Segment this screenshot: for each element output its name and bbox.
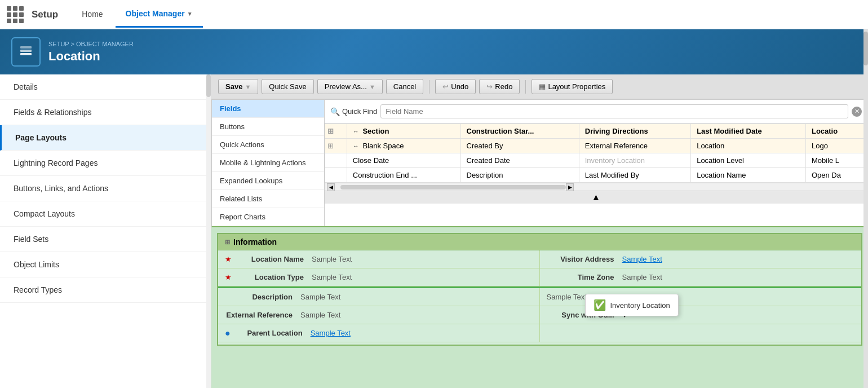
parent-location-link[interactable]: Sample Text [311, 329, 351, 337]
sidebar: Details Fields & Relationships Page Layo… [0, 74, 211, 388]
sidebar-fields-mobile[interactable]: Mobile & Lightning Actions [212, 154, 324, 172]
sidebar-fields-quick-actions[interactable]: Quick Actions [212, 136, 324, 154]
field-cell[interactable]: Last Modified Date [691, 124, 806, 139]
preview-dropdown-icon[interactable]: ▼ [369, 83, 375, 90]
field-cell[interactable]: Created By [460, 139, 579, 153]
field-cell[interactable]: Construction Star... [460, 124, 579, 139]
layout-cell[interactable]: Visitor Address Sample Text [540, 250, 862, 268]
save-button[interactable]: Save ▼ [218, 79, 258, 94]
quick-find-input[interactable] [380, 104, 848, 118]
collapse-panel-button[interactable]: ▲ [325, 191, 867, 204]
field-cell[interactable]: Open Da [805, 168, 867, 183]
field-cell[interactable]: ↔ Blank Space [347, 139, 460, 153]
field-cell[interactable]: Location Name [691, 168, 806, 183]
table-row[interactable]: Close Date Created Date Inventory Locati… [325, 153, 867, 168]
sidebar-item-buttons-links[interactable]: Buttons, Links, and Actions [0, 176, 211, 201]
field-cell grayed[interactable]: Inventory Location [579, 153, 690, 168]
undo-button[interactable]: ↩ Undo [435, 79, 476, 94]
quick-save-button[interactable]: Quick Save [262, 79, 313, 94]
page-header: SETUP > OBJECT MANAGER Location [0, 29, 868, 74]
sidebar-scroll-track[interactable] [206, 74, 211, 388]
layout-properties-button[interactable]: ▦ Layout Properties [532, 79, 613, 94]
sidebar-item-field-sets[interactable]: Field Sets [0, 227, 211, 252]
fields-horizontal-scrollbar[interactable]: ◀ ▶ [325, 183, 867, 191]
field-cell[interactable]: Location [691, 139, 806, 153]
field-cell[interactable]: Close Date [347, 153, 460, 168]
svg-rect-2 [20, 46, 32, 48]
layout-cell[interactable]: External Reference Sample Text [218, 306, 540, 324]
field-cell[interactable]: Location Level [691, 153, 806, 168]
layout-cell[interactable]: ● Parent Location Sample Text [218, 324, 540, 342]
layout-cell[interactable]: Sample Text ✅ Inventory Location [540, 288, 862, 306]
sidebar-item-record-types[interactable]: Record Types [0, 277, 211, 303]
preview-button[interactable]: Preview As... ▼ [317, 79, 383, 94]
breadcrumb-setup[interactable]: SETUP [48, 41, 69, 47]
scroll-right-arrow[interactable]: ▶ [566, 183, 574, 191]
section-title: Information [233, 237, 277, 246]
field-cell[interactable]: Last Modified By [579, 168, 690, 183]
chevron-down-icon: ▼ [187, 11, 193, 17]
page-title: Location [48, 49, 134, 64]
sidebar-scroll-thumb[interactable] [206, 74, 211, 97]
layout-cell[interactable]: Description Sample Text [218, 288, 540, 306]
quick-find-clear-button[interactable]: ✕ [852, 107, 862, 117]
breadcrumb-object-manager[interactable]: OBJECT MANAGER [76, 41, 134, 47]
layout-canvas: ⊞ Information ★ Location Name Sample Tex… [217, 233, 862, 346]
layout-cell[interactable]: Time Zone Sample Text [540, 268, 862, 286]
sidebar-item-compact[interactable]: Compact Layouts [0, 201, 211, 227]
content-wrapper: Save ▼ Quick Save Preview As... ▼ Cancel… [211, 74, 868, 388]
field-cell[interactable]: Construction End ... [347, 168, 460, 183]
layout-row-2: ★ Location Type Sample Text Time Zone Sa… [218, 268, 861, 286]
layout-cell[interactable]: ★ Location Name Sample Text [218, 250, 540, 268]
field-cell[interactable]: ↔ Section [347, 124, 460, 139]
layout-row-3: Description Sample Text Sample Text ✅ In… [218, 288, 861, 306]
table-row[interactable]: Construction End ... Description Last Mo… [325, 168, 867, 183]
redo-button[interactable]: ↪ Redo [479, 79, 520, 94]
nav-tab-home[interactable]: Home [72, 2, 113, 28]
visitor-address-link[interactable]: Sample Text [622, 255, 662, 263]
sidebar-fields-buttons[interactable]: Buttons [212, 118, 324, 136]
layers-icon [18, 44, 34, 60]
field-cell[interactable]: Mobile L [805, 153, 867, 168]
scroll-left-arrow[interactable]: ◀ [327, 183, 335, 191]
tooltip-popup: ✅ Inventory Location [585, 294, 679, 316]
layout-row-4: External Reference Sample Text Sync with… [218, 306, 861, 324]
sidebar-fields-expanded[interactable]: Expanded Lookups [212, 172, 324, 190]
right-scrollbar[interactable] [863, 74, 868, 388]
field-cell[interactable]: Driving Directions [579, 124, 690, 139]
sidebar-fields-fields[interactable]: Fields [212, 100, 324, 118]
toolbar-separator-2 [525, 80, 526, 94]
sidebar-item-details[interactable]: Details [0, 74, 211, 100]
field-cell[interactable]: Logo [805, 139, 867, 153]
sidebar-fields-related-lists[interactable]: Related Lists [212, 190, 324, 208]
field-cell[interactable]: External Reference [579, 139, 690, 153]
drag-icon: ⊞ [325, 124, 347, 139]
sidebar-fields-report-charts[interactable]: Report Charts [212, 208, 324, 226]
save-dropdown-icon[interactable]: ▼ [245, 83, 251, 90]
table-row[interactable]: ⊞ ↔ Section Construction Star... Driving… [325, 124, 867, 139]
nav-tab-object-manager[interactable]: Object Manager ▼ [116, 1, 203, 28]
fields-content: 🔍 Quick Find ✕ ⊞ ↔ [325, 100, 867, 226]
sidebar-item-lightning-record[interactable]: Lightning Record Pages [0, 151, 211, 176]
field-cell[interactable]: Description [460, 168, 579, 183]
cancel-button[interactable]: Cancel [386, 79, 423, 94]
toolbar-separator-1 [429, 80, 429, 94]
redo-icon: ↪ [486, 82, 493, 91]
fields-table: ⊞ ↔ Section Construction Star... Driving… [325, 124, 867, 183]
tooltip-text: Inventory Location [610, 301, 670, 310]
sidebar-item-object-limits[interactable]: Object Limits [0, 252, 211, 277]
check-circle-icon: ✅ [594, 299, 606, 311]
table-row[interactable]: ⊞ ↔ Blank Space Created By External Refe… [325, 139, 867, 153]
layout-cell[interactable]: ★ Location Type Sample Text [218, 268, 540, 286]
layout-cell[interactable] [540, 324, 862, 342]
sidebar-item-page-layouts[interactable]: Page Layouts [0, 125, 211, 151]
field-cell[interactable]: Created Date [460, 153, 579, 168]
field-cell[interactable]: Locatio [805, 124, 867, 139]
app-grid-icon[interactable] [7, 6, 24, 23]
drag-icon: ⊞ [325, 139, 347, 153]
sidebar-item-fields[interactable]: Fields & Relationships [0, 100, 211, 125]
required-dot-icon: ● [225, 328, 231, 338]
required-star-icon: ★ [225, 273, 232, 281]
svg-rect-1 [20, 50, 32, 52]
scrollbar-thumb[interactable] [340, 185, 566, 189]
